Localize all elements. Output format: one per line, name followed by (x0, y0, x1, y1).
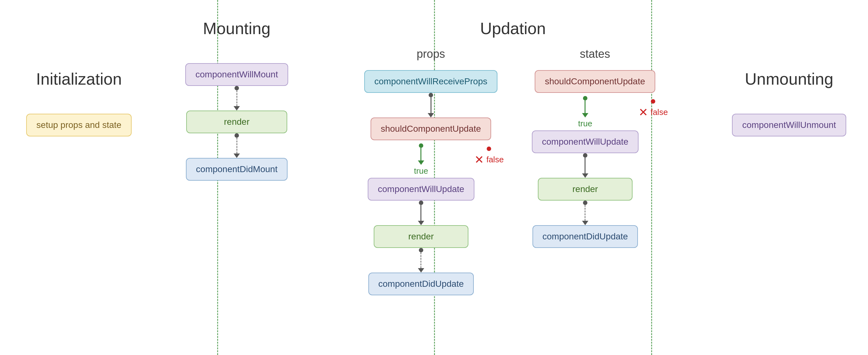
box-render-props: render (374, 225, 468, 248)
connector-states-1 (582, 153, 588, 178)
arrow-states-true (582, 113, 588, 118)
label-true-states: true (578, 119, 592, 128)
dot-states-1 (583, 153, 587, 157)
x-mark-props: ✕ (474, 154, 484, 166)
connector-props-3 (418, 248, 424, 272)
section-mounting: Mounting componentWillMount render compo… (158, 0, 316, 355)
line-props-true (421, 148, 422, 160)
arrow-props-2 (418, 221, 424, 225)
box-shouldComponentUpdate-props: shouldComponentUpdate (371, 118, 491, 140)
line-2 (237, 138, 237, 153)
section-updation: Updation props componentWillReceiveProps… (316, 0, 710, 355)
section-initialization: Initialization setup props and state (0, 0, 158, 355)
label-false-props: false (486, 155, 504, 165)
connector-2 (234, 133, 240, 158)
box-componentWillReceiveProps: componentWillReceiveProps (364, 70, 497, 93)
diagram-container: Initialization setup props and state Mou… (0, 0, 868, 355)
dot-props-false (487, 147, 491, 151)
connector-props-2 (418, 201, 424, 225)
states-column: states shouldComponentUpdate true compon… (532, 48, 658, 295)
x-mark-states: ✕ (639, 107, 648, 118)
props-label: props (416, 48, 445, 61)
connector-states-2 (582, 201, 588, 225)
arrow-states-1 (582, 173, 588, 178)
arrow-props-3 (418, 268, 424, 272)
line-props-2 (421, 205, 422, 221)
box-componentWillUpdate-props: componentWillUpdate (368, 178, 474, 201)
arrow-2 (234, 153, 240, 158)
connector-1 (234, 86, 240, 111)
line-props-3 (421, 253, 422, 268)
box-componentWillUnmount: componentWillUnmount (732, 114, 846, 137)
dot-props-3 (419, 248, 423, 253)
box-componentDidUpdate-props: componentDidUpdate (368, 272, 474, 295)
arrow-props-true (418, 160, 424, 165)
dot-1 (235, 86, 239, 90)
arrow-1 (234, 106, 240, 111)
dot-props-1 (429, 93, 433, 97)
update-columns: props componentWillReceiveProps shouldCo… (316, 48, 710, 295)
connector-props-1 (428, 93, 434, 118)
box-shouldComponentUpdate-states: shouldComponentUpdate (535, 70, 655, 93)
dot-props-2 (419, 201, 423, 205)
props-column: props componentWillReceiveProps shouldCo… (368, 48, 494, 295)
box-componentWillUpdate-states: componentWillUpdate (532, 130, 639, 153)
line-1 (237, 90, 237, 106)
line-states-true (585, 100, 586, 113)
dot-states-2 (583, 201, 587, 205)
section-unmounting: Unmounting componentWillUnmount (710, 0, 868, 355)
box-componentDidMount: componentDidMount (186, 158, 287, 181)
line-props-1 (431, 97, 432, 113)
arrow-props-1 (428, 113, 434, 118)
dot-states-false (651, 99, 655, 103)
label-false-states: false (651, 108, 668, 117)
dot-2 (235, 133, 239, 138)
title-unmounting: Unmounting (745, 69, 833, 88)
label-true-props: true (414, 166, 428, 176)
box-render-mount: render (186, 111, 287, 133)
box-setup-props-state: setup props and state (26, 114, 131, 137)
title-initialization: Initialization (36, 69, 122, 88)
box-render-states: render (538, 178, 632, 201)
arrow-states-2 (582, 221, 588, 225)
dot-props-true (419, 143, 423, 148)
line-states-1 (585, 157, 586, 173)
dot-states-true (583, 96, 587, 100)
title-updation: Updation (480, 19, 546, 38)
title-mounting: Mounting (203, 19, 271, 38)
line-states-2 (585, 205, 586, 221)
states-label: states (580, 48, 610, 61)
box-componentWillMount: componentWillMount (185, 63, 288, 86)
box-componentDidUpdate-states: componentDidUpdate (532, 225, 638, 248)
